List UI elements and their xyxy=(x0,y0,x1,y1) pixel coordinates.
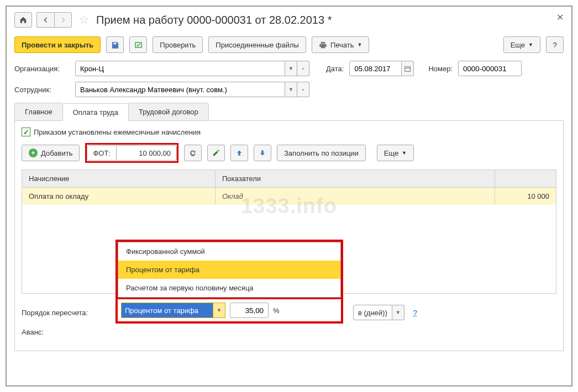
dd-percent-tariff[interactable]: Процентом от тарифа xyxy=(118,261,340,279)
conduct-close-button[interactable]: Провести и закрыть xyxy=(14,36,101,53)
chevron-down-icon: ▼ xyxy=(528,42,533,47)
svg-rect-1 xyxy=(405,66,411,71)
num-label: Номер: xyxy=(428,65,453,73)
titlebar: ☆ Прием на работу 0000-000031 от 28.02.2… xyxy=(14,12,564,28)
fot-value: 10 000,00 xyxy=(116,145,177,161)
arrow-down-icon xyxy=(259,149,266,157)
org-combo[interactable]: ▼ ▫ xyxy=(75,61,309,76)
recalc-dropdown[interactable]: ▼ xyxy=(392,305,404,320)
sub-more-button[interactable]: Еще ▼ xyxy=(377,145,414,161)
employee-combo[interactable]: ▼ ▫ xyxy=(75,82,309,97)
arrow-left-icon xyxy=(43,17,49,23)
org-open[interactable]: ▫ xyxy=(297,61,309,76)
employee-open[interactable]: ▫ xyxy=(297,82,309,97)
td-indicator: Оклад xyxy=(216,188,495,205)
home-button[interactable] xyxy=(14,12,32,28)
more-label: Еще xyxy=(511,41,525,49)
fot-label: ФОТ: xyxy=(87,145,116,161)
checkbox-label: Приказом установлены ежемесячные начисле… xyxy=(34,128,201,136)
calendar-icon xyxy=(404,65,411,72)
save-button[interactable] xyxy=(106,36,124,53)
table-header: Начисление Показатели xyxy=(22,170,556,188)
plus-icon: + xyxy=(29,149,38,157)
avans-combo[interactable]: Процентом от тарифа ▼ xyxy=(121,303,225,318)
avans-highlight-box: Фиксированной суммой Процентом от тарифа… xyxy=(115,240,343,324)
org-dropdown[interactable]: ▼ xyxy=(285,61,297,76)
close-icon[interactable]: ✕ xyxy=(556,12,564,23)
th-indicators: Показатели xyxy=(216,170,495,187)
print-label: Печать xyxy=(330,41,354,49)
help-button[interactable]: ? xyxy=(546,36,564,53)
sub-more-label: Еще xyxy=(384,149,398,157)
date-input[interactable] xyxy=(349,61,402,76)
move-up-button[interactable] xyxy=(230,145,248,161)
chevron-down-icon: ▼ xyxy=(402,150,407,156)
tab-pay[interactable]: Оплата труда xyxy=(62,103,129,121)
printer-icon xyxy=(319,41,327,49)
floppy-icon xyxy=(111,41,119,49)
forward-button[interactable] xyxy=(54,12,72,28)
back-button[interactable] xyxy=(36,12,54,28)
org-row: Организация: ▼ ▫ Дата: Номер: xyxy=(14,61,564,76)
recalc-combo[interactable]: в (дней)) ▼ xyxy=(353,305,404,320)
org-input[interactable] xyxy=(75,61,285,76)
sub-toolbar: + Добавить ФОТ: 10 000,00 Заполнить по п… xyxy=(22,143,556,163)
td-accrual: Оплата по окладу xyxy=(22,188,216,205)
attached-files-button[interactable]: Присоединенные файлы xyxy=(208,36,306,53)
edit-button[interactable] xyxy=(207,145,225,161)
td-value: 10 000 xyxy=(495,188,556,205)
date-picker[interactable] xyxy=(402,61,414,76)
home-icon xyxy=(19,16,27,24)
avans-value: Процентом от тарифа xyxy=(122,303,213,317)
print-button[interactable]: Печать ▼ xyxy=(312,36,370,53)
tab-main[interactable]: Главное xyxy=(14,103,63,120)
add-button[interactable]: + Добавить xyxy=(22,145,80,161)
tab-content: ✓ Приказом установлены ежемесячные начис… xyxy=(14,121,564,351)
fill-by-position-button[interactable]: Заполнить по позиции xyxy=(277,145,366,161)
favorite-icon[interactable]: ☆ xyxy=(78,13,90,27)
recalc-label: Порядок пересчета: xyxy=(22,309,110,317)
check-button[interactable]: Проверить xyxy=(153,36,203,53)
pencil-icon xyxy=(212,149,220,157)
employee-label: Сотрудник: xyxy=(14,86,70,94)
move-down-button[interactable] xyxy=(254,145,271,161)
avans-dropdown[interactable]: ▼ xyxy=(213,303,225,317)
main-toolbar: Провести и закрыть Проверить Присоединен… xyxy=(14,36,564,53)
arrow-up-icon xyxy=(235,149,243,157)
avans-inline: Процентом от тарифа ▼ % xyxy=(118,298,341,321)
window: ✕ ☆ Прием на работу 0000-000031 от 28.02… xyxy=(6,6,572,386)
help-link[interactable]: ? xyxy=(413,309,417,317)
employee-input[interactable] xyxy=(75,82,285,97)
num-input[interactable] xyxy=(458,61,522,76)
avans-percent-input[interactable] xyxy=(230,303,269,318)
avans-row: Аванс: xyxy=(22,328,556,336)
date-label: Дата: xyxy=(326,65,344,73)
org-label: Организация: xyxy=(14,65,70,73)
table-row[interactable]: Оплата по окладу Оклад 10 000 xyxy=(22,188,556,205)
refresh-button[interactable] xyxy=(184,145,202,161)
arrow-right-icon xyxy=(60,17,66,23)
fot-box: ФОТ: 10 000,00 xyxy=(85,143,178,163)
dd-fixed-sum[interactable]: Фиксированной суммой xyxy=(118,242,340,261)
avans-dropdown-list: Фиксированной суммой Процентом от тарифа… xyxy=(118,242,341,298)
checkbox-row: ✓ Приказом установлены ежемесячные начис… xyxy=(22,128,556,136)
bottom-section: Фиксированной суммой Процентом от тарифа… xyxy=(22,305,556,336)
dd-first-half[interactable]: Расчетом за первую половину месяца xyxy=(118,279,340,297)
date-combo[interactable] xyxy=(349,61,414,76)
th-value xyxy=(495,170,556,187)
monthly-accruals-checkbox[interactable]: ✓ xyxy=(22,128,30,136)
nav-group xyxy=(36,12,72,28)
employee-dropdown[interactable]: ▼ xyxy=(285,82,297,97)
more-button[interactable]: Еще ▼ xyxy=(503,36,540,53)
page-title: Прием на работу 0000-000031 от 28.02.201… xyxy=(96,14,332,27)
percent-sign: % xyxy=(273,306,280,315)
employee-row: Сотрудник: ▼ ▫ xyxy=(14,82,564,97)
refresh-icon xyxy=(189,149,197,157)
conduct-button[interactable] xyxy=(129,36,147,53)
add-label: Добавить xyxy=(41,149,72,157)
tab-contract[interactable]: Трудовой договор xyxy=(128,103,209,120)
tabs: Главное Оплата труда Трудовой договор xyxy=(14,103,564,121)
avans-label: Аванс: xyxy=(22,328,110,336)
conduct-icon xyxy=(134,41,143,49)
recalc-value: в (дней)) xyxy=(353,305,392,320)
